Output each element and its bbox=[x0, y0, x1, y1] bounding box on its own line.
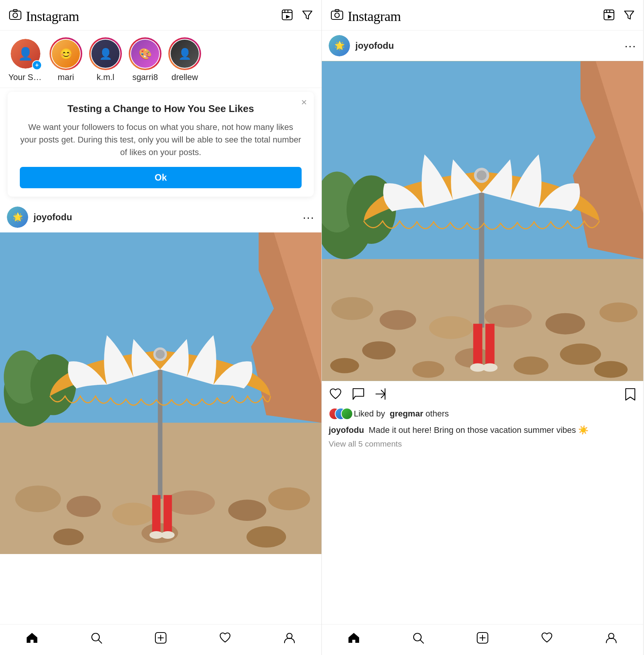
right-header: Instagram bbox=[322, 0, 643, 30]
left-post-more-button[interactable]: ··· bbox=[303, 211, 315, 224]
svg-rect-2 bbox=[13, 10, 17, 11]
right-add-nav-icon[interactable] bbox=[476, 631, 489, 647]
svg-point-59 bbox=[330, 358, 359, 373]
right-heart-nav-icon[interactable] bbox=[540, 631, 553, 647]
svg-point-60 bbox=[412, 361, 444, 378]
svg-point-78 bbox=[414, 633, 421, 641]
svg-rect-28 bbox=[152, 495, 161, 533]
right-header-left: Instagram bbox=[330, 8, 401, 24]
right-search-nav-icon[interactable] bbox=[412, 631, 425, 647]
svg-point-15 bbox=[228, 500, 266, 521]
right-reel-icon[interactable] bbox=[603, 9, 615, 24]
filter-icon[interactable] bbox=[302, 9, 313, 23]
svg-point-33 bbox=[92, 633, 99, 641]
home-nav-icon[interactable] bbox=[26, 631, 38, 647]
right-post-caption: joyofodu Made it out here! Bring on thos… bbox=[322, 423, 643, 439]
sgarri8-ring: 🎨 bbox=[129, 37, 161, 70]
svg-point-1 bbox=[13, 13, 18, 18]
kml-avatar: 👤 bbox=[91, 40, 120, 68]
svg-point-13 bbox=[112, 503, 154, 525]
kml-avatar-wrap: 👤 bbox=[89, 37, 122, 70]
likes-avatar-3 bbox=[341, 408, 353, 420]
profile-nav-icon[interactable] bbox=[283, 631, 296, 647]
heart-nav-icon[interactable] bbox=[219, 631, 232, 647]
svg-point-74 bbox=[483, 364, 498, 372]
likes-username[interactable]: gregmar bbox=[390, 409, 423, 418]
right-home-nav-icon[interactable] bbox=[347, 631, 360, 647]
left-post-username[interactable]: joyofodu bbox=[34, 212, 72, 223]
right-filter-icon[interactable] bbox=[623, 9, 635, 23]
notification-modal: × Testing a Change to How You See Likes … bbox=[8, 92, 314, 197]
kml-label: k.m.l bbox=[97, 72, 114, 82]
left-post-user: 🌟 joyofodu bbox=[7, 207, 72, 228]
sgarri8-avatar-wrap: 🎨 bbox=[129, 37, 161, 70]
drellew-ring: 👤 bbox=[168, 37, 201, 70]
drellew-label: drellew bbox=[171, 72, 198, 82]
svg-point-14 bbox=[165, 490, 215, 515]
svg-rect-3 bbox=[282, 10, 292, 20]
right-caption-text: Made it out here! Bring on those vacatio… bbox=[369, 425, 588, 435]
sgarri8-avatar: 🎨 bbox=[131, 40, 159, 68]
story-sgarri8[interactable]: 🎨 sgarri8 bbox=[129, 37, 161, 82]
camera-icon[interactable] bbox=[8, 8, 22, 24]
left-header: Instagram bbox=[0, 0, 321, 30]
right-post-actions-left bbox=[329, 387, 388, 404]
svg-point-12 bbox=[67, 496, 101, 517]
right-post-actions bbox=[322, 381, 643, 408]
right-profile-nav-icon[interactable] bbox=[605, 631, 618, 647]
kml-inner: 👤 bbox=[91, 39, 120, 69]
svg-point-51 bbox=[380, 310, 416, 330]
kml-ring: 👤 bbox=[89, 37, 122, 70]
svg-line-34 bbox=[99, 640, 102, 643]
left-post-header: 🌟 joyofodu ··· bbox=[0, 202, 321, 232]
right-comment-button[interactable] bbox=[352, 387, 365, 404]
right-caption-user[interactable]: joyofodu bbox=[329, 425, 364, 435]
left-post-avatar[interactable]: 🌟 bbox=[7, 207, 28, 228]
right-share-button[interactable] bbox=[374, 387, 388, 404]
story-mari[interactable]: 😊 mari bbox=[50, 37, 82, 82]
right-camera-icon[interactable] bbox=[330, 8, 344, 24]
search-nav-icon[interactable] bbox=[90, 631, 103, 647]
add-nav-icon[interactable] bbox=[154, 631, 167, 647]
right-comments-link[interactable]: View all 5 comments bbox=[322, 439, 643, 452]
svg-rect-71 bbox=[473, 324, 483, 366]
left-phone-panel: Instagram bbox=[0, 0, 322, 655]
close-notification-button[interactable]: × bbox=[301, 97, 307, 107]
drellew-inner: 👤 bbox=[170, 39, 200, 69]
svg-point-19 bbox=[246, 526, 286, 548]
svg-marker-46 bbox=[608, 15, 612, 19]
svg-point-17 bbox=[53, 528, 84, 545]
right-like-button[interactable] bbox=[329, 387, 342, 404]
add-story-button[interactable]: + bbox=[32, 60, 42, 70]
svg-point-54 bbox=[545, 313, 585, 335]
svg-marker-7 bbox=[286, 15, 290, 19]
right-post-user: 🌟 joyofodu bbox=[329, 35, 394, 56]
stories-row: 👤 + Your Story 😊 mari bbox=[0, 30, 321, 88]
story-drellew[interactable]: 👤 drellew bbox=[168, 37, 201, 82]
story-kml[interactable]: 👤 k.m.l bbox=[89, 37, 122, 82]
right-header-right bbox=[603, 9, 635, 24]
your-story-avatar-wrap: 👤 + bbox=[9, 37, 42, 70]
reel-icon[interactable] bbox=[281, 9, 293, 24]
svg-rect-72 bbox=[485, 324, 494, 366]
your-story-label: Your Story bbox=[8, 72, 43, 82]
svg-rect-25 bbox=[158, 354, 163, 499]
svg-marker-77 bbox=[348, 633, 359, 643]
svg-point-61 bbox=[513, 357, 548, 375]
right-post: 🌟 joyofodu ··· bbox=[322, 30, 643, 452]
svg-point-56 bbox=[362, 341, 396, 360]
svg-point-11 bbox=[15, 485, 61, 512]
right-save-button[interactable] bbox=[624, 388, 636, 404]
left-post: 🌟 joyofodu ··· bbox=[0, 202, 321, 554]
right-post-likes: Liked by gregmar others bbox=[322, 408, 643, 423]
notification-body: We want your followers to focus on what … bbox=[20, 121, 302, 159]
story-your-story[interactable]: 👤 + Your Story bbox=[8, 37, 43, 82]
right-likes-text: Liked by gregmar others bbox=[354, 409, 449, 419]
notification-ok-button[interactable]: Ok bbox=[20, 167, 302, 188]
svg-rect-0 bbox=[10, 11, 21, 19]
instagram-logo: Instagram bbox=[26, 8, 79, 24]
right-post-username[interactable]: joyofodu bbox=[355, 40, 394, 51]
svg-point-70 bbox=[477, 170, 487, 180]
right-post-more-button[interactable]: ··· bbox=[625, 39, 636, 52]
right-post-avatar[interactable]: 🌟 bbox=[329, 35, 350, 56]
